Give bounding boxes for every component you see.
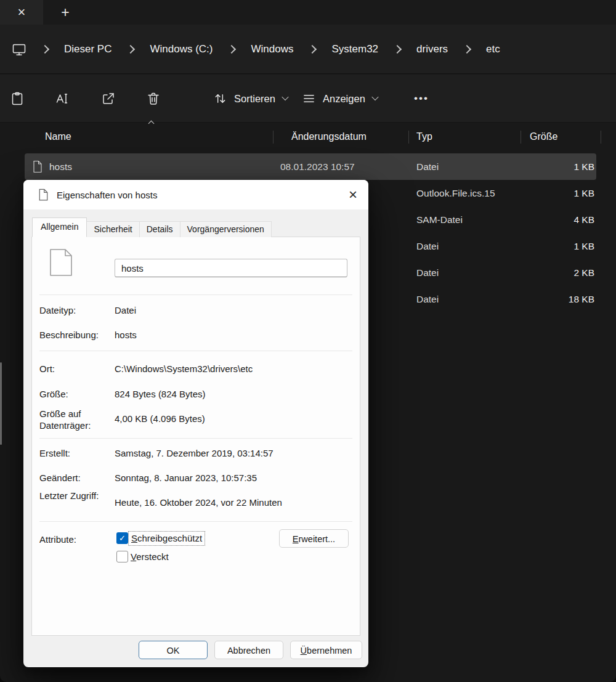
size-value: 824 Bytes (824 Bytes) bbox=[115, 388, 352, 400]
ok-button[interactable]: OK bbox=[139, 641, 208, 659]
hidden-checkbox-label[interactable]: Versteckt bbox=[131, 551, 169, 563]
filetype-value: Datei bbox=[115, 304, 352, 316]
column-header-name[interactable]: Name bbox=[45, 126, 71, 148]
label-rest: ersteckt bbox=[136, 551, 169, 562]
breadcrumb-item-windows[interactable]: Windows bbox=[249, 39, 294, 59]
file-icon bbox=[32, 160, 43, 173]
dialog-titlebar: Eigenschaften von hosts × bbox=[23, 180, 368, 209]
breadcrumb-item-dieser-pc[interactable]: Dieser PC bbox=[63, 39, 113, 59]
size-on-disk-value: 4,00 KB (4.096 Bytes) bbox=[115, 413, 352, 424]
access-key: Ü bbox=[301, 646, 307, 656]
tab-sicherheit[interactable]: Sicherheit bbox=[86, 221, 139, 237]
attributes-label: Attribute: bbox=[39, 534, 101, 545]
trash-icon bbox=[146, 91, 161, 106]
dialog-tab-strip: Allgemein Sicherheit Details Vorgängerve… bbox=[32, 219, 271, 237]
modified-value: Sonntag, 8. Januar 2023, 10:57:35 bbox=[115, 472, 352, 484]
more-options-button[interactable]: ••• bbox=[414, 92, 429, 105]
check-icon: ✓ bbox=[119, 534, 126, 543]
filetype-label: Dateityp: bbox=[39, 304, 101, 316]
file-name: hosts bbox=[49, 153, 72, 180]
column-divider[interactable] bbox=[273, 131, 274, 144]
accessed-value: Heute, 16. Oktober 2024, vor 22 Minuten bbox=[115, 497, 352, 508]
tab-details[interactable]: Details bbox=[139, 221, 180, 237]
readonly-checkbox-label[interactable]: Schreibgeschützt bbox=[128, 531, 205, 546]
file-type: Datei bbox=[416, 233, 439, 259]
sort-menu-button[interactable]: Sortieren bbox=[213, 91, 288, 105]
cancel-button[interactable]: Abbrechen bbox=[214, 641, 283, 659]
description-value: hosts bbox=[115, 329, 352, 341]
column-divider[interactable] bbox=[408, 131, 409, 144]
breadcrumb-item-system32[interactable]: System32 bbox=[330, 39, 379, 59]
apply-button[interactable]: Übernehmen bbox=[290, 641, 362, 659]
section-divider bbox=[39, 521, 352, 522]
size-label: Größe: bbox=[39, 388, 101, 400]
breadcrumb-item-etc[interactable]: etc bbox=[485, 39, 501, 59]
section-divider bbox=[39, 438, 352, 439]
file-size: 4 KB bbox=[521, 206, 594, 233]
created-value: Samstag, 7. Dezember 2019, 03:14:57 bbox=[115, 447, 352, 459]
file-list-header: Name Änderungsdatum Typ Größe bbox=[25, 126, 601, 148]
size-on-disk-label: Größe auf Datenträger: bbox=[39, 408, 101, 431]
share-icon bbox=[101, 91, 116, 106]
column-header-type[interactable]: Typ bbox=[416, 126, 432, 148]
breadcrumb-chevron-icon bbox=[308, 44, 317, 53]
file-type: Datei bbox=[416, 286, 439, 312]
modified-label: Geändert: bbox=[39, 472, 101, 484]
tab-bar: × + bbox=[0, 0, 616, 25]
file-date: 08.01.2023 10:57 bbox=[280, 153, 355, 180]
chevron-down-icon bbox=[371, 94, 378, 100]
left-scrollbar[interactable] bbox=[0, 362, 2, 445]
file-size: 1 KB bbox=[521, 153, 594, 180]
sort-menu-label: Sortieren bbox=[234, 92, 275, 104]
explorer-tab[interactable]: × bbox=[0, 0, 43, 25]
label-rest: chreibgeschützt bbox=[137, 533, 202, 543]
file-size: 18 KB bbox=[521, 286, 594, 312]
access-key: V bbox=[131, 551, 136, 562]
breadcrumb-chevron-icon bbox=[126, 44, 135, 53]
access-key: S bbox=[131, 533, 137, 543]
location-value: C:\Windows\System32\drivers\etc bbox=[115, 363, 352, 375]
readonly-checkbox[interactable]: ✓ bbox=[116, 532, 128, 544]
column-divider[interactable] bbox=[521, 131, 521, 144]
file-size: 1 KB bbox=[521, 233, 594, 259]
section-divider bbox=[39, 351, 352, 351]
label-rest: rweitert... bbox=[299, 534, 336, 544]
hidden-checkbox[interactable] bbox=[116, 551, 128, 562]
filename-input[interactable] bbox=[115, 259, 347, 277]
close-tab-icon[interactable]: × bbox=[18, 6, 26, 18]
column-header-size[interactable]: Größe bbox=[530, 126, 557, 148]
breadcrumb-item-windows-c[interactable]: Windows (C:) bbox=[148, 39, 214, 59]
tab-vorgaengerversionen[interactable]: Vorgängerversionen bbox=[180, 221, 272, 237]
view-menu-button[interactable]: Anzeigen bbox=[302, 91, 378, 105]
breadcrumb-item-drivers[interactable]: drivers bbox=[415, 39, 449, 59]
file-type: SAM-Datei bbox=[416, 206, 463, 233]
delete-button[interactable] bbox=[146, 91, 161, 106]
view-icon bbox=[302, 91, 316, 105]
dialog-title: Eigenschaften von hosts bbox=[57, 190, 157, 200]
close-icon[interactable]: × bbox=[349, 189, 357, 201]
table-row-hosts[interactable]: hosts 08.01.2023 10:57 Datei 1 KB bbox=[25, 153, 596, 180]
file-size: 1 KB bbox=[521, 180, 594, 206]
location-label: Ort: bbox=[39, 363, 101, 375]
file-icon-large bbox=[49, 248, 73, 277]
command-toolbar: Sortieren Anzeigen ••• bbox=[0, 75, 616, 123]
paste-button[interactable] bbox=[10, 91, 25, 106]
paste-icon bbox=[10, 91, 25, 106]
file-type: Datei bbox=[416, 153, 439, 180]
rename-button[interactable] bbox=[55, 91, 70, 106]
file-type: Outlook.File.ics.15 bbox=[416, 180, 495, 206]
explorer-window: × + Dieser PC Windows (C:) Windows Syste… bbox=[0, 0, 616, 682]
breadcrumb-chevron-icon bbox=[227, 44, 236, 53]
description-label: Beschreibung: bbox=[39, 329, 101, 341]
breadcrumb-chevron-icon bbox=[41, 44, 49, 53]
column-header-date[interactable]: Änderungsdatum bbox=[291, 126, 367, 148]
new-tab-button[interactable]: + bbox=[54, 0, 76, 25]
properties-dialog: Eigenschaften von hosts × Allgemein Sich… bbox=[23, 180, 368, 667]
advanced-button[interactable]: Erweitert... bbox=[279, 529, 349, 548]
address-bar: Dieser PC Windows (C:) Windows System32 … bbox=[0, 25, 616, 74]
view-menu-label: Anzeigen bbox=[323, 92, 365, 104]
column-divider[interactable] bbox=[601, 131, 601, 144]
accessed-label: Letzter Zugriff: bbox=[39, 490, 101, 501]
tab-allgemein[interactable]: Allgemein bbox=[32, 217, 87, 237]
share-button[interactable] bbox=[101, 91, 116, 106]
